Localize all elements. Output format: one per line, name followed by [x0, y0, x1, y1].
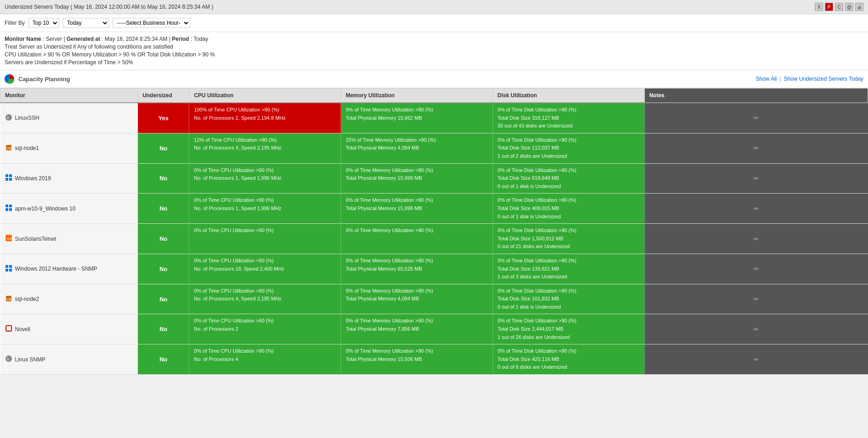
mem-line2: Total Physical Memory 15,999 MB: [346, 174, 488, 183]
mem-line1: 0% of Time Memory Utilization >90 (%): [346, 287, 488, 295]
disk-line2: Total Disk Size 409,015 MB: [498, 205, 640, 213]
svg-rect-6: [9, 174, 12, 177]
svg-text:DB: DB: [6, 297, 11, 301]
top-bar: Undersized Servers Today ( May 16, 2024 …: [0, 0, 868, 14]
monitor-cell: SUN SunSolarisTelnet: [0, 224, 138, 254]
info-line-4: Servers are Undersized if Percentage of …: [5, 59, 863, 66]
monitor-name[interactable]: Windows 2019: [15, 175, 51, 182]
edit-icon[interactable]: ✏: [753, 144, 759, 152]
print-icon[interactable]: 🖨: [855, 3, 863, 11]
cpu-line1: 0% of Time CPU Utilization >90 (%): [194, 196, 336, 205]
pdf-icon[interactable]: P: [825, 3, 833, 11]
top-filter-select[interactable]: Top 10: [28, 18, 59, 28]
svg-rect-8: [9, 178, 12, 181]
svg-text:λ: λ: [7, 116, 9, 120]
cpu-line2: No. of Processors 4, Speed 2,195 MHz: [194, 295, 336, 303]
disk-cell: 0% of Time Disk Utilization >90 (%) Tota…: [493, 284, 644, 314]
disk-cell: 0% of Time Disk Utilization >90 (%) Tota…: [493, 133, 644, 163]
notes-cell: ✏: [644, 224, 868, 254]
undersized-cell: No: [137, 133, 189, 163]
cpu-line1: 0% of Time CPU Utilization >90 (%): [194, 317, 336, 325]
monitor-name[interactable]: Linux SNMP: [15, 356, 46, 363]
edit-icon[interactable]: ✏: [753, 235, 759, 243]
cpu-line1: 0% of Time CPU Utilization >90 (%): [194, 166, 336, 175]
disk-line3: 0 out of 1 disk is Undersized: [498, 213, 640, 221]
period-filter-select[interactable]: Today Yesterday Last 7 Days Last 30 Days: [63, 18, 109, 28]
csv-icon[interactable]: C: [835, 3, 843, 11]
disk-line1: 0% of Time Disk Utilization >90 (%): [498, 166, 640, 175]
cpu-cell: 0% of Time CPU Utilization >90 (%) No. o…: [189, 254, 341, 284]
monitor-icon: DB: [5, 295, 12, 304]
monitor-name[interactable]: SunSolarisTelnet: [15, 236, 56, 242]
svg-rect-17: [5, 269, 8, 272]
edit-icon[interactable]: ✏: [753, 205, 759, 212]
monitor-name[interactable]: Windows 2012 Hardware - SNMP: [15, 266, 97, 272]
notes-cell: ✏: [644, 284, 868, 314]
notes-cell: ✏: [644, 254, 868, 284]
disk-cell: 0% of Time Disk Utilization >90 (%) Tota…: [493, 194, 644, 224]
col-notes: Notes: [644, 89, 868, 103]
cpu-line1: 0% of Time CPU Utilization >90 (%): [194, 227, 336, 235]
mem-line1: 0% of Time Memory Utilization >90 (%): [346, 196, 488, 205]
memory-cell: 0% of Time Memory Utilization >90 (%) To…: [341, 163, 493, 194]
monitor-name[interactable]: Novell: [15, 326, 30, 333]
svg-rect-15: [5, 265, 8, 268]
svg-rect-18: [9, 269, 12, 272]
pie-chart-icon: [5, 74, 15, 84]
cpu-cell: 12% of Time CPU Utilization >90 (%) No. …: [189, 133, 341, 163]
disk-line2: Total Disk Size 2,444,017 MB: [498, 325, 640, 333]
table-row: Windows 2012 Hardware - SNMP No 0% of Ti…: [0, 254, 868, 284]
undersized-cell: No: [137, 344, 189, 375]
cpu-line2: No. of Processors 2, Speed 2,194.8 MHz: [194, 114, 336, 122]
memory-cell: 0% of Time Memory Utilization >90 (%) To…: [341, 194, 493, 224]
edit-icon[interactable]: ✏: [753, 114, 759, 122]
disk-cell: 0% of Time Disk Utilization >90 (%) Tota…: [493, 254, 644, 284]
mem-line1: 0% of Time Memory Utilization >90 (%): [346, 257, 488, 265]
cpu-line2: No. of Processors 4, Speed 2,195 MHz: [194, 144, 336, 152]
disk-line3: 0 out of 8 disks are Undersized: [498, 363, 640, 371]
monitor-cell: Windows 2012 Hardware - SNMP: [0, 254, 138, 284]
table-body: λ LinuxSSH Yes 100% of Time CPU Utilizat…: [0, 103, 868, 375]
cpu-line2: No. of Processors 1, Speed 1,996 MHz: [194, 205, 336, 213]
edit-icon[interactable]: ✏: [753, 356, 759, 363]
svg-rect-16: [9, 265, 12, 268]
edit-icon[interactable]: ✏: [753, 326, 759, 333]
table-header-row: Monitor Undersized CPU Utilization Memor…: [0, 89, 868, 103]
edit-icon[interactable]: ✏: [753, 295, 759, 303]
business-hour-select[interactable]: -----Select Business Hour-: [113, 18, 190, 28]
table-row: λ Linux SNMP No 0% of Time CPU Utilizati…: [0, 344, 868, 375]
email-icon[interactable]: @: [845, 3, 853, 11]
monitor-name[interactable]: LinuxSSH: [15, 115, 39, 121]
capacity-title-text: Capacity Planning: [18, 76, 70, 83]
table-row: λ LinuxSSH Yes 100% of Time CPU Utilizat…: [0, 103, 868, 133]
table-row: DB sql-node2 No 0% of Time CPU Utilizati…: [0, 284, 868, 314]
cpu-line2: No. of Processors 4: [194, 355, 336, 364]
svg-rect-11: [5, 208, 8, 211]
xlsx-icon[interactable]: X: [815, 3, 823, 11]
edit-icon[interactable]: ✏: [753, 265, 759, 272]
disk-line2: Total Disk Size 1,500,912 MB: [498, 235, 640, 243]
memory-cell: 0% of Time Memory Utilization >90 (%) To…: [341, 314, 493, 344]
disk-cell: 0% of Time Disk Utilization >90 (%) Tota…: [493, 314, 644, 344]
monitor-name[interactable]: sql-node1: [15, 145, 39, 151]
show-all-link[interactable]: Show All: [756, 76, 777, 82]
svg-rect-9: [5, 205, 8, 207]
mem-line2: Total Physical Memory 15,506 MB: [346, 355, 488, 364]
edit-icon[interactable]: ✏: [753, 175, 759, 182]
monitor-icon: SUN: [5, 234, 12, 243]
monitor-cell: DB sql-node1: [0, 133, 138, 163]
disk-line3: 0 out of 1 disk is Undersized: [498, 303, 640, 311]
monitor-name[interactable]: apm-w10-9_Windows 10: [15, 205, 76, 212]
table-row: SUN SunSolarisTelnet No 0% of Time CPU U…: [0, 224, 868, 254]
disk-line3: 0 out of 1 disk is Undersized: [498, 183, 640, 191]
cpu-cell: 0% of Time CPU Utilization >90 (%) No. o…: [189, 194, 341, 224]
show-undersized-link[interactable]: Show Undersized Servers Today: [784, 76, 863, 82]
cpu-cell: 0% of Time CPU Utilization >90 (%) No. o…: [189, 284, 341, 314]
undersized-cell: No: [137, 284, 189, 314]
notes-cell: ✏: [644, 194, 868, 224]
monitor-name[interactable]: sql-node2: [15, 296, 39, 302]
svg-text:λ: λ: [7, 357, 9, 361]
mem-line1: 25% of Time Memory Utilization >90 (%): [346, 136, 488, 144]
monitor-icon: λ: [5, 114, 12, 122]
svg-rect-5: [5, 174, 8, 177]
